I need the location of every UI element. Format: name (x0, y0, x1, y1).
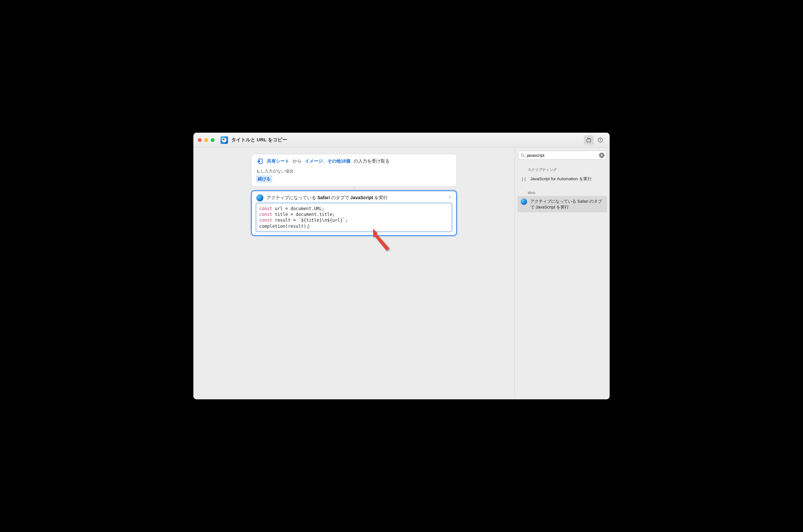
action-item-jxa[interactable]: JavaScript for Automation を実行 (517, 173, 607, 185)
window-controls (198, 138, 214, 142)
workflow-canvas[interactable]: 共有シート から イメージ、その他18個 の入力を受け取る もし入力がない場合:… (193, 148, 515, 399)
action-title-js: JavaScript (350, 195, 373, 200)
close-window[interactable] (198, 138, 202, 142)
safari-icon (256, 194, 263, 202)
svg-rect-3 (587, 139, 591, 142)
zoom-window[interactable] (211, 138, 214, 142)
code-l3: result = `${title}\n${url}`; (272, 217, 348, 223)
no-input-fallback[interactable]: 続ける (256, 175, 272, 183)
workflow-input-card[interactable]: 共有シート から イメージ、その他18個 の入力を受け取る もし入力がない場合:… (251, 154, 457, 187)
text-cursor (309, 224, 309, 229)
safari-icon (521, 198, 527, 205)
action-item-label: JavaScript for Automation を実行 (530, 176, 592, 182)
info-icon (597, 137, 603, 143)
run-javascript-action[interactable]: ✕ アクティブになっている Safari のタブで JavaScript を実行… (251, 190, 457, 236)
code-l1: url = document.URL; (272, 206, 325, 211)
library-icon (586, 137, 592, 143)
action-library-sidebar: ✕ スクリプティング JavaScript for Automation を実行… (515, 148, 610, 399)
code-kw-1: const (259, 206, 272, 211)
remove-action-button[interactable]: ✕ (447, 194, 453, 200)
sidebar-toolbar (515, 133, 610, 148)
action-title-safari: Safari (317, 195, 330, 200)
clear-search-button[interactable]: ✕ (599, 153, 605, 158)
shortcut-icon (221, 136, 228, 144)
section-scripting-label: スクリプティング (515, 163, 610, 173)
action-title: アクティブになっている Safari のタブで JavaScript を実行 (267, 195, 388, 201)
svg-point-5 (600, 139, 601, 139)
code-kw-3: const (259, 217, 272, 223)
info-tab-button[interactable] (595, 135, 605, 145)
input-source-link[interactable]: 共有シート (267, 158, 289, 164)
javascript-code-input[interactable]: const url = document.URL; const title = … (256, 203, 452, 231)
input-suffix-label: の入力を受け取る (353, 158, 389, 164)
minimize-window[interactable] (204, 138, 208, 142)
action-title-suffix: を実行 (373, 195, 388, 200)
compass-icon (222, 138, 226, 142)
action-item-label: アクティブになっている Safari のタブで JavaScript を実行 (530, 198, 604, 210)
code-l2: title = document.title; (272, 212, 335, 217)
svg-point-6 (521, 154, 524, 156)
input-types-link[interactable]: イメージ、その他18個 (305, 158, 350, 164)
section-web-label: Web (515, 186, 610, 196)
input-from-label: から (293, 158, 302, 164)
script-icon (521, 176, 527, 183)
no-input-label: もし入力がない場合: (256, 168, 452, 174)
action-item-safari-js[interactable]: アクティブになっている Safari のタブで JavaScript を実行 (517, 196, 607, 212)
search-icon (520, 153, 525, 158)
action-title-prefix: アクティブになっている (267, 195, 317, 200)
action-title-mid: のタブで (330, 195, 350, 200)
code-l4: completion(result); (259, 224, 309, 229)
enter-icon (256, 158, 263, 165)
window-title: タイトルと URL をコピー (231, 137, 287, 143)
connector-line (354, 187, 354, 190)
input-icon (256, 157, 264, 165)
action-search-field[interactable]: ✕ (518, 151, 607, 160)
search-input[interactable] (527, 153, 598, 158)
library-tab-button[interactable] (584, 135, 594, 145)
shortcuts-editor-window: タイトルと URL をコピー (193, 133, 610, 399)
code-kw-2: const (259, 212, 272, 217)
